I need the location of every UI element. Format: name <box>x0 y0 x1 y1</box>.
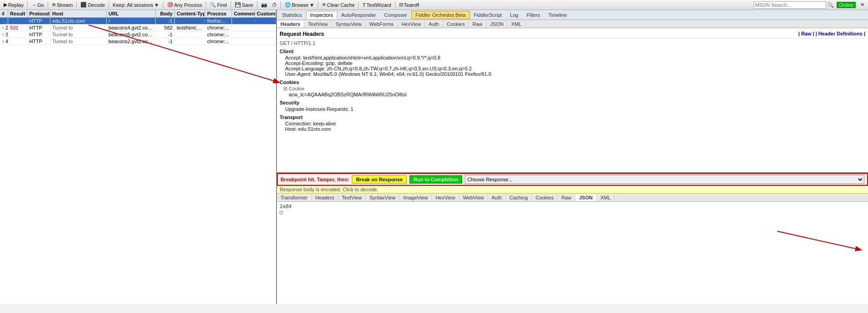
text-wizard-label: TextWizard <box>366 2 391 8</box>
close-icon: ✕ <box>860 2 864 8</box>
col-header-protocol[interactable]: Protocol <box>27 10 50 17</box>
req-tab-xml[interactable]: XML <box>508 21 526 27</box>
find-button[interactable]: 🔍 Find <box>208 1 228 8</box>
resp-tab-imageview[interactable]: ImageView <box>399 194 432 201</box>
col-header-content-type[interactable]: Content-Type <box>175 10 205 17</box>
screenshot-button[interactable]: 📷 <box>259 1 269 8</box>
request-panel: Headers TextView SyntaxView WebForms Hex… <box>277 20 868 173</box>
replay-button[interactable]: ▶ Replay <box>2 1 25 8</box>
tab-fiddler-orchestra[interactable]: Fiddler Orchestra Beta <box>411 11 470 19</box>
tearoff-button[interactable]: ⊟ Tearoff <box>397 1 421 8</box>
go-button[interactable]: → Go <box>30 2 46 8</box>
table-row[interactable]: ↑ ↓ 1 HTTP edu.51cto.com / -1 firefox:..… <box>0 18 276 25</box>
msdn-search-input[interactable] <box>754 1 826 9</box>
resp-tab-json[interactable]: JSON <box>575 194 597 201</box>
tab-statistics[interactable]: Statistics <box>278 11 306 19</box>
col-header-host[interactable]: Host <box>50 10 107 17</box>
browse-button[interactable]: 🌐 Browse ▼ <box>283 1 316 8</box>
cell-result <box>8 41 27 42</box>
close-button[interactable]: ✕ <box>858 1 866 8</box>
resp-tab-hexview[interactable]: HexView <box>432 194 459 201</box>
resp-tab-transformer[interactable]: Transformer <box>277 194 312 201</box>
tab-autoresponder[interactable]: AutoResponder <box>337 11 380 19</box>
session-list-header: # Result Protocol Host URL Body Content-… <box>0 10 276 18</box>
resp-tab-auth[interactable]: Auth <box>488 194 506 201</box>
request-content: Request Headers | Raw | | Header Definit… <box>277 28 868 172</box>
choose-response-dropdown[interactable]: Choose Response... <box>465 175 864 184</box>
response-decode-bar[interactable]: Response body is encoded. Click to decod… <box>277 186 868 194</box>
main-layout: # Result Protocol Host URL Body Content-… <box>0 10 868 304</box>
text-wizard-button[interactable]: T TextWizard <box>360 2 393 8</box>
cell-content-type: text/html; c... <box>175 25 205 31</box>
decode-icon: ⬛ <box>80 2 87 8</box>
resp-tab-xml[interactable]: XML <box>597 194 615 201</box>
col-header-comments[interactable]: Comments <box>232 10 255 17</box>
run-to-completion-button[interactable]: Run to Completion <box>409 175 462 184</box>
tab-timeline[interactable]: Timeline <box>544 11 571 19</box>
col-header-url[interactable]: URL <box>107 10 156 17</box>
cell-protocol: HTTP <box>27 25 50 31</box>
tab-log[interactable]: Log <box>506 11 522 19</box>
find-icon: 🔍 <box>210 2 216 8</box>
arrow-up-icon: ↑ <box>2 25 4 30</box>
cell-result <box>8 34 27 35</box>
cookies-section: Cookies <box>280 79 865 85</box>
host-line: Host: edu.51cto.com <box>280 126 865 132</box>
cell-body: 582 <box>156 25 175 31</box>
req-tab-textview[interactable]: TextView <box>304 21 332 27</box>
save-button[interactable]: 💾 Save <box>233 1 255 8</box>
cell-host: Tunnel to <box>50 38 107 45</box>
resp-tab-webview[interactable]: WebView <box>459 194 488 201</box>
req-tab-json[interactable]: JSON <box>487 21 508 27</box>
req-tab-auth[interactable]: Auth <box>425 21 443 27</box>
tab-composer[interactable]: Composer <box>380 11 411 19</box>
col-header-custom[interactable]: Custom <box>255 10 276 17</box>
table-row[interactable]: ↑ 4 HTTP Tunnel to beacons2.gvt2.com:443… <box>0 38 276 45</box>
cell-custom <box>255 20 276 21</box>
keep-button[interactable]: Keep: All sessions ▼ <box>111 2 161 8</box>
tab-fiddler-script[interactable]: FiddlerScript <box>470 11 506 19</box>
any-process-button[interactable]: 🎯 Any Process <box>165 1 204 8</box>
table-row[interactable]: ↑ 3 HTTP Tunnel to beacons5.gvt2.com:443… <box>0 31 276 38</box>
col-header-process[interactable]: Process <box>205 10 232 17</box>
req-tab-headers[interactable]: Headers <box>277 21 304 27</box>
tearoff-label: Tearoff <box>404 2 419 8</box>
table-row[interactable]: ↑ 2 502 HTTP Tunnel to beacons4.gvt2.com… <box>0 25 276 31</box>
resp-tab-syntaxview[interactable]: SyntaxView <box>366 194 399 201</box>
col-header-num[interactable]: # <box>0 10 8 17</box>
screenshot-icon: 📷 <box>261 2 267 8</box>
resp-tab-textview[interactable]: TextView <box>338 194 366 201</box>
keep-dropdown-icon: ▼ <box>154 2 159 8</box>
breakpoint-bar: Breakpoint hit. Tamper, then: Break on R… <box>277 173 868 186</box>
break-on-response-button[interactable]: Break on Response <box>352 175 407 184</box>
col-header-result[interactable]: Result <box>8 10 27 17</box>
decode-button[interactable]: ⬛ Decode <box>79 1 107 8</box>
req-tab-cookies[interactable]: Cookies <box>443 21 469 27</box>
accept-language-line: Accept-Language: zh-CN,zh;q=0.8,zh-TW;q=… <box>280 66 865 71</box>
cell-comments <box>232 20 255 21</box>
cell-custom <box>255 27 276 28</box>
resp-tab-headers[interactable]: Headers <box>312 194 339 201</box>
timer-button[interactable]: ⏱ <box>270 2 279 8</box>
req-tab-hexview[interactable]: HexView <box>398 21 425 27</box>
req-tab-raw[interactable]: Raw <box>469 21 487 27</box>
stream-label: Stream <box>57 2 73 8</box>
clear-cache-button[interactable]: ✕ Clear Cache <box>320 1 356 8</box>
tab-filters[interactable]: Filters <box>523 11 544 19</box>
req-tab-webforms[interactable]: WebForms <box>366 21 398 27</box>
search-icon: 🔍 <box>827 2 834 8</box>
toolbar: ▶ Replay → Go ≋ Stream ⬛ Decode Keep: Al… <box>0 0 868 10</box>
resp-tab-cookies[interactable]: Cookies <box>532 194 558 201</box>
resp-tab-caching[interactable]: Caching <box>506 194 532 201</box>
resp-tab-raw[interactable]: Raw <box>557 194 575 201</box>
save-icon: 💾 <box>235 2 241 8</box>
req-tab-syntaxview[interactable]: SyntaxView <box>332 21 365 27</box>
cell-process: chrome:... <box>205 31 232 38</box>
col-header-body[interactable]: Body <box>156 10 175 17</box>
cell-body: -1 <box>156 31 175 38</box>
cell-content-type <box>175 41 205 42</box>
stream-button[interactable]: ≋ Stream <box>50 1 74 8</box>
cell-content-type <box>175 20 205 21</box>
raw-link[interactable]: | Raw | | Header Definitions | <box>799 31 865 36</box>
tab-inspectors[interactable]: Inspectors <box>306 11 337 19</box>
